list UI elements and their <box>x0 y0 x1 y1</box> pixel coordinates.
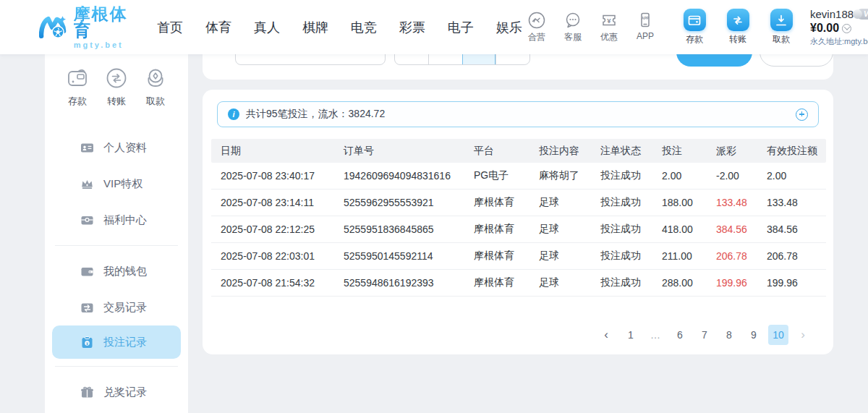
nav-item-7[interactable]: 电子 <box>448 19 474 36</box>
table-cell: 2025-07-08 21:54:32 <box>221 277 344 289</box>
page-8[interactable]: 8 <box>719 325 739 345</box>
id-card-icon <box>80 140 94 155</box>
nav-item-4[interactable]: 棋牌 <box>302 19 328 36</box>
app-download-link[interactable]: APP APP <box>631 11 660 43</box>
page-ellipsis: … <box>645 325 665 345</box>
bet-records-table: 日期订单号平台投注内容注单状态投注派彩有效投注额 2025-07-08 23:4… <box>211 139 826 297</box>
prize-icon <box>80 385 94 399</box>
prev-page-icon[interactable]: ‹ <box>596 325 616 345</box>
nav-item-3[interactable]: 真人 <box>254 19 280 36</box>
sidebar-item-label: 我的钱包 <box>103 265 147 278</box>
brand-text: 摩根体育 mgty.bet <box>74 6 131 49</box>
sidebar-quick-actions: 存款 转账 取款 <box>45 54 188 108</box>
table-cell: 足球 <box>539 223 600 236</box>
sidebar-item-label: 交易记录 <box>103 301 147 315</box>
sidebar-item-prize[interactable]: 兑奖记录 <box>45 374 188 410</box>
brand-name: 摩根体育 <box>74 6 131 39</box>
table-cell: 摩根体育 <box>474 276 539 289</box>
table-cell: 288.00 <box>662 277 716 289</box>
table-cell: 麻将胡了 <box>539 169 600 182</box>
sidebar-deposit-button[interactable]: 存款 <box>61 64 94 108</box>
table-cell: 足球 <box>539 276 600 289</box>
table-header-row: 日期订单号平台投注内容注单状态投注派彩有效投注额 <box>211 139 826 163</box>
transfer-button[interactable]: 转账 <box>722 9 754 46</box>
coupon-icon: ¥ <box>600 11 618 30</box>
brand-logo[interactable]: 摩根体育 mgty.bet <box>39 6 131 49</box>
brand-domain: mgty.bet <box>74 41 131 49</box>
column-header: 投注 <box>662 145 716 158</box>
balance-dropdown-icon[interactable] <box>842 24 851 33</box>
table-cell: 206.78 <box>716 250 767 262</box>
table-cell: 投注成功 <box>600 250 662 263</box>
table-cell: 投注成功 <box>600 223 662 236</box>
pagination: ‹1…678910› <box>596 325 813 345</box>
partner-link[interactable]: 合营 <box>522 11 551 43</box>
partner-label: 合营 <box>528 31 545 43</box>
withdraw-icon <box>770 9 793 31</box>
nav-item-1[interactable]: 首页 <box>157 19 183 36</box>
sidebar-withdraw-button[interactable]: 取款 <box>139 64 172 108</box>
table-body: 2025-07-08 23:40:171942609694094831616PG… <box>211 163 826 297</box>
page-1[interactable]: 1 <box>621 325 641 345</box>
table-cell: 2025-07-08 22:12:25 <box>221 223 344 235</box>
table-cell: 133.48 <box>767 197 826 208</box>
page-10[interactable]: 10 <box>768 325 788 345</box>
sidebar: 存款 转账 取款 个人资料VIP特权福利中心我的钱包交易记录¥投注记录兑奖记录 <box>45 54 188 413</box>
table-cell: 1942609694094831616 <box>344 170 474 182</box>
transfer-icon <box>727 9 749 31</box>
column-header: 平台 <box>474 145 539 158</box>
column-header: 订单号 <box>344 145 474 158</box>
page-7[interactable]: 7 <box>694 325 715 345</box>
table-cell: 384.56 <box>716 223 767 235</box>
customer-service-link[interactable]: 客服 <box>558 11 587 43</box>
table-cell: 5255962955553921 <box>344 197 474 208</box>
sidebar-transfer-button[interactable]: 转账 <box>100 64 133 108</box>
sidebar-divider <box>55 245 178 246</box>
sidebar-item-crown[interactable]: VIP特权 <box>45 166 188 202</box>
sidebar-item-transaction[interactable]: 交易记录 <box>45 289 188 325</box>
table-row: 2025-07-08 22:03:015255950145592114摩根体育足… <box>211 243 826 270</box>
table-cell: 206.78 <box>767 250 826 262</box>
wallet-outline-icon <box>64 64 91 92</box>
table-cell: PG电子 <box>474 169 539 182</box>
table-cell: 5255951836845865 <box>344 223 474 235</box>
table-cell: 188.00 <box>662 197 716 208</box>
page-9[interactable]: 9 <box>744 325 764 345</box>
table-cell: 摩根体育 <box>474 196 539 209</box>
sidebar-deposit-label: 存款 <box>68 95 87 108</box>
withdraw-button[interactable]: 取款 <box>765 9 797 46</box>
customer-service-label: 客服 <box>564 31 582 43</box>
header-links: 合营 客服 ¥ 优惠 APP APP <box>522 11 660 43</box>
next-page-icon[interactable]: › <box>793 325 813 345</box>
sidebar-withdraw-label: 取款 <box>146 95 165 108</box>
table-cell: 投注成功 <box>600 169 662 182</box>
sidebar-item-id-card[interactable]: 个人资料 <box>45 129 188 166</box>
table-cell: 199.96 <box>716 277 767 289</box>
table-cell: 418.00 <box>662 223 716 235</box>
info-icon: i <box>228 108 239 120</box>
nav-item-8[interactable]: 娱乐 <box>496 19 522 36</box>
sidebar-divider <box>55 366 178 367</box>
deposit-button[interactable]: 存款 <box>678 9 710 46</box>
svg-text:APP: APP <box>642 16 650 20</box>
table-row: 2025-07-08 23:14:115255962955553921摩根体育足… <box>211 190 826 216</box>
permanent-address: 永久地址:mgty.bet <box>810 37 868 46</box>
sidebar-item-label: VIP特权 <box>103 177 142 191</box>
sidebar-item-wallet[interactable]: 我的钱包 <box>45 253 188 289</box>
wallet-icon <box>80 264 94 278</box>
promotions-link[interactable]: ¥ 优惠 <box>595 11 624 43</box>
sidebar-menu: 个人资料VIP特权福利中心我的钱包交易记录¥投注记录兑奖记录 <box>45 129 188 410</box>
withdraw-label: 取款 <box>773 33 790 46</box>
nav-item-5[interactable]: 电竞 <box>351 19 377 36</box>
page-6[interactable]: 6 <box>670 325 690 345</box>
nav-item-2[interactable]: 体育 <box>205 19 231 36</box>
transfer-outline-icon <box>103 64 130 92</box>
user-info[interactable]: kevin188 VIP0 ¥0.00 永久地址:mgty.bet <box>810 8 868 47</box>
column-header: 派彩 <box>716 145 767 158</box>
table-cell: 2.00 <box>662 170 716 182</box>
sidebar-item-benefit[interactable]: 福利中心 <box>45 202 188 238</box>
expand-plus-icon[interactable] <box>796 108 808 121</box>
sidebar-item-bet-record-active[interactable]: ¥投注记录 <box>52 325 181 359</box>
table-row: 2025-07-08 22:12:255255951836845865摩根体育足… <box>211 216 826 243</box>
nav-item-6[interactable]: 彩票 <box>399 19 425 36</box>
